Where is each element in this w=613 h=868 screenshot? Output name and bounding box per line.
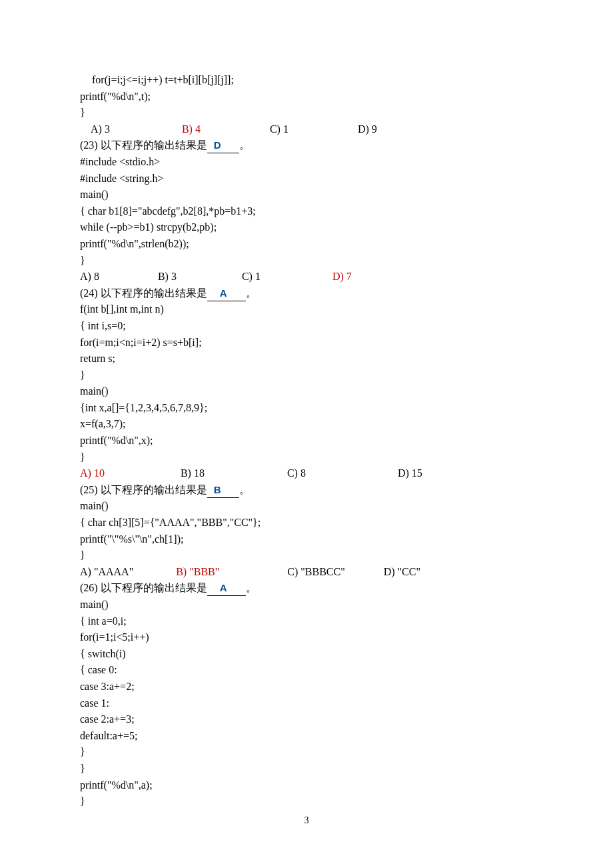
opt-d: D) 15 [398,465,422,482]
opt-a: A) 3 [91,121,110,138]
code-line: printf("%d\n",a); [80,777,533,794]
code-line: default:a+=5; [80,728,533,745]
code-line: for(i=1;i<5;i++) [80,629,533,646]
q26-stem: (26) 以下程序的输出结果是 A 。 [80,580,533,597]
code-line: return s; [80,351,533,367]
opt-d: D) 9 [358,121,377,138]
code-line: case 3:a+=2; [80,679,533,695]
q23-options: A) 8 B) 3 C) 1 D) 7 [80,269,533,285]
stem-end: 。 [239,139,250,151]
code-line: { switch(i) [80,646,533,663]
code-line: } [80,793,533,810]
stem-text: (23) 以下程序的输出结果是 [80,139,207,151]
stem-text: (25) 以下程序的输出结果是 [80,484,207,495]
q22-options: A) 3 B) 4 C) 1 D) 9 [80,121,533,138]
opt-a: A) 10 [80,465,105,482]
code-line: while (--pb>=b1) strcpy(b2,pb); [80,219,533,236]
q23-stem: (23) 以下程序的输出结果是D 。 [80,137,533,154]
stem-end: 。 [246,582,257,593]
code-line: main() [80,597,533,613]
q25-stem: (25) 以下程序的输出结果是B 。 [80,482,533,499]
code-line: main() [80,383,533,400]
opt-b: B) "BBB" [176,564,219,581]
code-line: printf("%d\n",strlen(b2)); [80,236,533,253]
code-line: x=f(a,3,7); [80,416,533,433]
code-line: { int a=0,i; [80,613,533,630]
code-line: } [80,449,533,466]
q25-options: A) "AAAA" B) "BBB" C) "BBBCC" D) "CC" [80,564,533,581]
code-line: } [80,761,533,777]
opt-d: D) 7 [332,269,352,285]
code-line: #include <stdio.h> [80,154,533,171]
code-line: } [80,547,533,564]
page: for(j=i;j<=i;j++) t=t+b[i][b[j][j]]; pri… [0,0,613,868]
stem-text: (24) 以下程序的输出结果是 [80,287,207,299]
code-line: for(i=m;i<n;i=i+2) s=s+b[i]; [80,335,533,351]
code-line: printf("\"%s\"\n",ch[1]); [80,531,533,548]
opt-b: B) 4 [182,121,201,138]
code-line: } [80,105,533,121]
opt-c: C) 1 [242,269,261,285]
opt-a: A) "AAAA" [80,564,133,581]
code-line: {int x,a[]={1,2,3,4,5,6,7,8,9}; [80,400,533,417]
code-line: case 1: [80,695,533,712]
code-line: for(j=i;j<=i;j++) t=t+b[i][b[j][j]]; [80,72,533,89]
code-line: } [80,367,533,384]
opt-c: C) 8 [287,465,306,482]
code-line: { char b1[8]="abcdefg",b2[8],*pb=b1+3; [80,203,533,220]
answer: D [214,139,222,151]
code-line: main() [80,498,533,515]
stem-end: 。 [239,484,250,495]
q24-options: A) 10 B) 18 C) 8 D) 15 [80,465,533,482]
opt-c: C) "BBBCC" [287,564,344,581]
q24-stem: (24) 以下程序的输出结果是 A 。 [80,285,533,302]
stem-end: 。 [246,287,257,299]
opt-d: D) "CC" [384,564,420,581]
code-line: printf("%d\n",x); [80,433,533,449]
code-line: { char ch[3][5]={"AAAA","BBB","CC"}; [80,515,533,531]
code-line: } [80,253,533,269]
opt-b: B) 18 [181,465,205,482]
code-line: printf("%d\n",t); [80,89,533,105]
page-number: 3 [0,813,613,829]
code-line: #include <string.h> [80,171,533,187]
code-line: } [80,744,533,761]
answer: B [214,484,222,495]
answer: A [220,582,228,593]
opt-c: C) 1 [270,121,289,138]
opt-b: B) 3 [158,269,177,285]
opt-a: A) 8 [80,269,99,285]
answer: A [220,287,228,299]
code-line: f(int b[],int m,int n) [80,301,533,318]
code-line: main() [80,187,533,203]
stem-text: (26) 以下程序的输出结果是 [80,582,207,593]
code-line: { int i,s=0; [80,318,533,335]
code-line: { case 0: [80,662,533,679]
code-line: case 2:a+=3; [80,711,533,728]
